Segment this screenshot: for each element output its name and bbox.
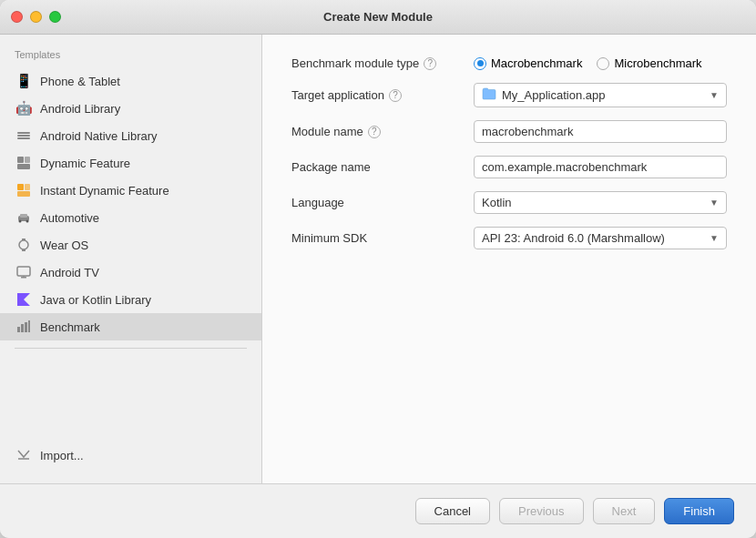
benchmark-module-type-label: Benchmark module type ? [291,56,474,70]
android-native-icon [15,127,33,145]
sidebar-item-label: Wear OS [40,239,88,252]
language-label: Language [291,196,474,209]
import-label: Import... [40,449,84,462]
sidebar: Templates 📱 Phone & Tablet 🤖 Android Lib… [0,35,262,483]
minimum-sdk-row: Minimum SDK API 23: Android 6.0 (Marshma… [291,227,727,249]
close-button[interactable] [11,11,23,23]
sidebar-divider [15,348,247,349]
target-application-row: Target application ? My_Application.app … [291,83,727,107]
sidebar-item-label: Java or Kotlin Library [40,293,151,307]
minimum-sdk-value: API 23: Android 6.0 (Marshmallow) [482,231,665,245]
sidebar-bottom: Import... [0,442,261,483]
package-name-input[interactable] [474,156,727,178]
target-application-help[interactable]: ? [389,89,402,102]
svg-rect-5 [17,164,30,169]
kotlin-library-icon [15,290,33,309]
sidebar-item-benchmark[interactable]: Benchmark [0,313,261,340]
sidebar-item-wear-os[interactable]: Wear OS [0,231,261,259]
wear-os-icon [15,236,33,254]
svg-rect-2 [17,137,30,139]
svg-rect-4 [25,157,30,163]
sidebar-section-label: Templates [0,49,261,67]
previous-button[interactable]: Previous [499,498,584,524]
svg-rect-21 [21,324,24,332]
android-library-icon: 🤖 [15,99,33,117]
sidebar-item-android-native-library[interactable]: Android Native Library [0,122,261,149]
sidebar-item-label: Android Library [40,102,120,116]
sidebar-item-label: Phone & Tablet [40,75,120,88]
package-name-label: Package name [291,160,474,174]
minimum-sdk-label: Minimum SDK [291,231,474,245]
target-application-chevron: ▼ [710,90,719,100]
phone-tablet-icon: 📱 [15,72,33,90]
footer: Cancel Previous Next Finish [0,483,756,538]
sidebar-item-label: Automotive [40,211,99,225]
target-application-value: My_Application.app [502,88,605,102]
android-tv-icon [15,263,33,281]
sidebar-item-automotive[interactable]: Automotive [0,204,261,231]
sidebar-item-phone-tablet[interactable]: 📱 Phone & Tablet [0,67,261,95]
sidebar-item-android-tv[interactable]: Android TV [0,259,261,286]
sidebar-item-label: Dynamic Feature [40,157,130,170]
target-application-dropdown[interactable]: My_Application.app ▼ [474,83,727,107]
maximize-button[interactable] [49,11,61,23]
radio-microbenchmark[interactable]: Microbenchmark [597,56,701,70]
macrobenchmark-label: Macrobenchmark [491,56,582,70]
sidebar-item-dynamic-feature[interactable]: Dynamic Feature [0,149,261,177]
radio-group-benchmark-type: Macrobenchmark Microbenchmark [474,56,727,70]
svg-rect-7 [25,184,30,190]
svg-rect-0 [17,132,30,134]
minimum-sdk-control: API 23: Android 6.0 (Marshmallow) ▼ [474,227,727,249]
sidebar-item-label: Android Native Library [40,129,158,143]
main-content: Benchmark module type ? Macrobenchmark M… [262,35,756,483]
module-name-label: Module name ? [291,125,474,138]
minimize-button[interactable] [30,11,42,23]
language-row: Language Kotlin ▼ [291,191,727,214]
macrobenchmark-radio-circle[interactable] [474,57,486,70]
svg-marker-19 [17,293,30,306]
sidebar-item-label: Android TV [40,266,99,279]
titlebar: Create New Module [0,0,756,35]
package-name-control [474,156,727,178]
next-button[interactable]: Next [593,498,656,524]
language-dropdown[interactable]: Kotlin ▼ [474,191,727,214]
module-name-help[interactable]: ? [368,126,381,138]
svg-rect-14 [22,239,26,240]
radio-macrobenchmark[interactable]: Macrobenchmark [474,56,582,70]
benchmark-icon [15,318,33,336]
svg-rect-1 [17,135,30,137]
sidebar-item-java-kotlin-library[interactable]: Java or Kotlin Library [0,286,261,313]
target-application-label: Target application ? [291,88,474,102]
sidebar-item-label: Instant Dynamic Feature [40,184,169,198]
svg-rect-10 [20,214,27,218]
benchmark-module-type-row: Benchmark module type ? Macrobenchmark M… [291,56,727,70]
instant-dynamic-icon [15,181,33,199]
window-title: Create New Module [323,10,433,24]
minimum-sdk-dropdown[interactable]: API 23: Android 6.0 (Marshmallow) ▼ [474,227,727,249]
svg-rect-23 [28,320,30,332]
automotive-icon [15,208,33,227]
benchmark-module-type-control: Macrobenchmark Microbenchmark [474,56,727,70]
sidebar-item-import[interactable]: Import... [0,442,261,469]
titlebar-buttons [11,11,61,23]
svg-point-13 [19,240,28,249]
svg-rect-20 [17,327,20,332]
dynamic-feature-icon [15,154,33,172]
svg-point-12 [26,220,29,223]
sidebar-item-instant-dynamic-feature[interactable]: Instant Dynamic Feature [0,177,261,204]
svg-rect-18 [24,276,25,278]
language-control: Kotlin ▼ [474,191,727,214]
svg-point-11 [19,220,22,223]
microbenchmark-radio-circle[interactable] [597,57,609,70]
sidebar-item-label: Benchmark [40,320,100,334]
package-name-row: Package name [291,156,727,178]
microbenchmark-label: Microbenchmark [614,56,701,70]
benchmark-module-type-help[interactable]: ? [424,57,436,70]
cancel-button[interactable]: Cancel [415,498,490,524]
sidebar-item-android-library[interactable]: 🤖 Android Library [0,95,261,122]
module-name-input[interactable] [474,120,727,143]
svg-rect-15 [22,249,26,251]
svg-rect-16 [17,267,30,276]
finish-button[interactable]: Finish [664,498,734,524]
window: Create New Module Templates 📱 Phone & Ta… [0,0,756,538]
